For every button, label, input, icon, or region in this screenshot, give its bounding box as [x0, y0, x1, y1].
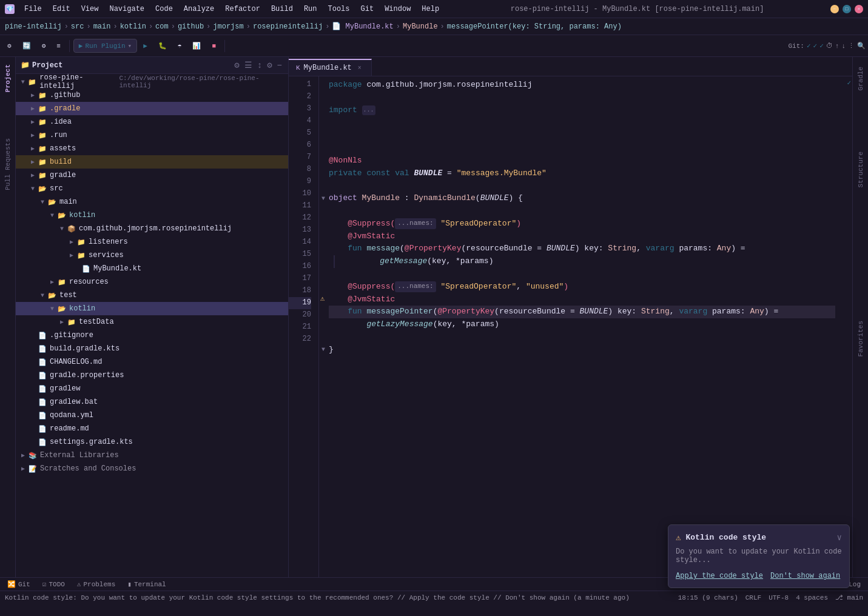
git-push-btn[interactable]: ↑ — [835, 42, 839, 50]
tab-close-mybundle[interactable]: × — [355, 64, 364, 72]
menu-help[interactable]: Help — [417, 4, 444, 15]
debug-btn[interactable]: 🐛 — [153, 39, 172, 52]
run-plugin-button[interactable]: ▶ Run Plugin ▾ — [73, 39, 137, 53]
tree-item-settings-gradle[interactable]: 📄 settings.gradle.kts — [16, 435, 288, 449]
tree-item-gradle[interactable]: ▶ 📁 .gradle — [16, 102, 288, 115]
git-check-3[interactable]: ✓ — [819, 42, 824, 50]
menu-navigate[interactable]: Navigate — [104, 4, 149, 15]
status-position[interactable]: 18:15 (9 chars) — [678, 594, 738, 601]
tree-item-github[interactable]: ▶ 📁 .github — [16, 89, 288, 102]
menu-refactor[interactable]: Refactor — [220, 4, 265, 15]
popup-close-btn[interactable]: ∨ — [837, 532, 842, 543]
stop-btn[interactable]: ■ — [207, 40, 221, 52]
menu-view[interactable]: View — [76, 4, 104, 15]
dont-show-again-link[interactable]: Don't show again — [770, 572, 840, 580]
tree-item-root[interactable]: ▼ 📁 rose-pine-intellij C:/dev/working/ro… — [16, 75, 288, 89]
tree-item-mybundle[interactable]: 📄 MyBundle.kt — [16, 262, 288, 275]
editor-tab-mybundle[interactable]: K MyBundle.kt × — [289, 59, 372, 76]
import-fold[interactable]: ... — [362, 105, 375, 115]
git-pull-btn[interactable]: ↓ — [841, 42, 846, 50]
status-branch[interactable]: ⎇ main — [835, 594, 863, 601]
breadcrumb-item-method[interactable]: messagePointer(key: String, params: Any) — [447, 22, 622, 31]
git-history-btn[interactable]: ⏱ — [826, 42, 833, 50]
menu-code[interactable]: Code — [150, 4, 178, 15]
apply-code-style-link[interactable]: Apply the code style — [676, 572, 763, 580]
play-btn[interactable]: ▶ — [138, 39, 152, 52]
status-indent[interactable]: 4 spaces — [796, 594, 828, 601]
minimize-button[interactable]: − — [830, 5, 839, 13]
todo-tab-btn[interactable]: ☑ TODO — [40, 579, 67, 589]
tree-item-testdata[interactable]: ▶ 📁 testData — [16, 315, 288, 329]
tree-item-gradlew[interactable]: 📄 gradlew — [16, 382, 288, 395]
project-panel-toggle[interactable]: Project — [2, 59, 14, 97]
gradle-panel-toggle[interactable]: Gradle — [855, 62, 867, 96]
project-list-icon[interactable]: ☰ — [243, 59, 254, 72]
menu-run[interactable]: Run — [299, 4, 322, 15]
close-button[interactable]: × — [855, 5, 863, 13]
tree-item-test[interactable]: ▼ 📂 test — [16, 289, 288, 302]
project-sort-icon[interactable]: ↕ — [256, 59, 263, 72]
profile-btn[interactable]: 📊 — [187, 39, 206, 52]
menu-file[interactable]: File — [19, 4, 47, 15]
settings-btn[interactable]: ⚙ — [37, 39, 51, 52]
breadcrumb-item-file[interactable]: 📄 MyBundle.kt — [332, 22, 393, 31]
menu-analyze[interactable]: Analyze — [179, 4, 219, 15]
pull-requests-panel-toggle[interactable]: Pull Requests — [2, 133, 14, 195]
breadcrumb-item-rosepine[interactable]: rosepineintellij — [253, 22, 323, 31]
tree-item-services[interactable]: ▶ 📁 services — [16, 249, 288, 262]
status-crlf[interactable]: CRLF — [745, 594, 761, 601]
problems-tab-btn[interactable]: ⚠ Problems — [75, 579, 118, 589]
tree-item-qodana[interactable]: 📄 qodana.yml — [16, 409, 288, 422]
tree-item-scratches[interactable]: ▶ 📝 Scratches and Consoles — [16, 462, 288, 475]
project-structure-btn[interactable]: ⚙ — [2, 39, 16, 52]
tree-item-src[interactable]: ▼ 📂 src — [16, 182, 288, 195]
project-gear-icon[interactable]: ⚙ — [266, 59, 273, 72]
breadcrumb-item-com[interactable]: com — [155, 22, 169, 31]
project-collapse-icon[interactable]: − — [276, 59, 283, 72]
tree-item-main[interactable]: ▼ 📂 main — [16, 195, 288, 209]
tree-item-build[interactable]: ▶ 📁 build — [16, 155, 288, 169]
menu-edit[interactable]: Edit — [48, 4, 75, 15]
tree-item-listeners[interactable]: ▶ 📁 listeners — [16, 235, 288, 249]
menu-git[interactable]: Git — [356, 4, 379, 15]
structure-panel-toggle[interactable]: Structure — [855, 147, 867, 192]
tree-item-gitignore[interactable]: 📄 .gitignore — [16, 329, 288, 342]
status-charset[interactable]: UTF-8 — [769, 594, 789, 601]
tree-item-resources[interactable]: ▶ 📁 resources — [16, 275, 288, 289]
inline-tag-17[interactable]: ...names: — [395, 281, 436, 292]
menu-window[interactable]: Window — [380, 4, 415, 15]
favorites-panel-toggle[interactable]: Favorites — [855, 316, 867, 361]
coverage-btn[interactable]: ☂ — [173, 39, 187, 52]
menu-build[interactable]: Build — [266, 4, 298, 15]
tree-item-ext-libs[interactable]: ▶ 📚 External Libraries — [16, 449, 288, 462]
sync-btn[interactable]: 🔄 — [18, 39, 36, 52]
tree-item-gradle-folder[interactable]: ▶ 📁 gradle — [16, 169, 288, 182]
breadcrumb-item-kotlin[interactable]: kotlin — [120, 22, 146, 31]
tree-item-idea[interactable]: ▶ 📁 .idea — [16, 115, 288, 129]
breadcrumb-item-github[interactable]: github — [178, 22, 204, 31]
tree-item-package[interactable]: ▼ 📦 com.github.jmorjsm.rosepineintellij — [16, 222, 288, 235]
more-btn[interactable]: ≡ — [52, 40, 66, 52]
terminal-tab-btn[interactable]: ▮ Terminal — [125, 579, 168, 589]
menu-tools[interactable]: Tools — [323, 4, 355, 15]
git-check-2[interactable]: ✓ — [813, 42, 818, 50]
tree-item-readme[interactable]: 📄 readme.md — [16, 422, 288, 435]
breadcrumb-item-class[interactable]: MyBundle — [403, 22, 438, 31]
tree-item-kotlin2[interactable]: ▼ 📂 kotlin — [16, 302, 288, 315]
tree-item-kotlin[interactable]: ▼ 📂 kotlin — [16, 209, 288, 222]
tree-item-changelog[interactable]: 📄 CHANGELOG.md — [16, 355, 288, 369]
inline-tag-12[interactable]: ...names: — [395, 218, 436, 229]
git-tab-btn[interactable]: 🔀 Git — [5, 579, 33, 589]
git-more-btn[interactable]: ⋮ — [848, 42, 855, 50]
breadcrumb-item-jmorjsm[interactable]: jmorjsm — [213, 22, 243, 31]
tree-item-build-gradle[interactable]: 📄 build.gradle.kts — [16, 342, 288, 355]
tree-item-gradle-props[interactable]: 📄 gradle.properties — [16, 369, 288, 382]
tree-item-run[interactable]: ▶ 📁 .run — [16, 129, 288, 142]
project-settings-icon[interactable]: ⚙ — [233, 59, 240, 72]
breadcrumb-item-src[interactable]: src — [71, 22, 84, 31]
git-search-btn[interactable]: 🔍 — [857, 42, 866, 50]
git-check-1[interactable]: ✓ — [807, 42, 811, 50]
breadcrumb-item-main[interactable]: main — [93, 22, 111, 31]
code-area[interactable]: package com.github.jmorjsm.rosepineintel… — [319, 76, 845, 577]
tree-item-gradlew-bat[interactable]: 📄 gradlew.bat — [16, 395, 288, 409]
